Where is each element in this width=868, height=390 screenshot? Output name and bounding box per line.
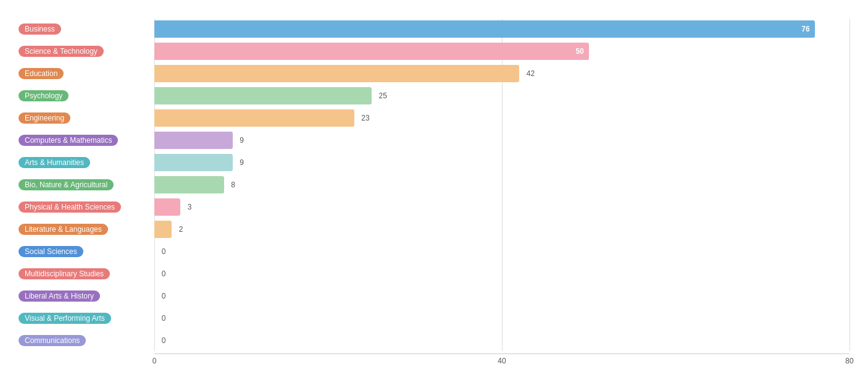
bar-row: Engineering23 [19, 108, 849, 129]
bar-container: 0 [154, 332, 849, 349]
bar-container: 23 [154, 109, 849, 127]
bar-fill [154, 132, 233, 149]
x-tick: 80 [845, 357, 853, 365]
bar-value: 9 [240, 136, 244, 145]
chart-wrapper: Business76Science & Technology50Educatio… [19, 12, 849, 366]
bar-container: 50 [154, 43, 849, 60]
bar-fill [154, 65, 519, 82]
bar-container: 9 [154, 132, 849, 149]
bar-row: Education42 [19, 63, 849, 84]
bar-label: Physical & Health Sciences [19, 201, 154, 213]
bar-label: Education [19, 68, 154, 79]
x-tick: 0 [152, 357, 157, 365]
bar-fill [154, 109, 354, 127]
bar-row: Social Sciences0 [19, 241, 849, 262]
bar-fill [154, 154, 233, 171]
bar-value: 0 [162, 314, 166, 323]
bar-fill [154, 176, 224, 193]
bar-container: 3 [154, 198, 849, 216]
bar-row: Physical & Health Sciences3 [19, 197, 849, 218]
bar-row: Computers & Mathematics9 [19, 130, 849, 151]
bar-container: 0 [154, 265, 849, 282]
bar-row: Visual & Performing Arts0 [19, 308, 849, 329]
bar-value: 0 [162, 247, 166, 256]
bar-label: Bio, Nature & Agricultural [19, 179, 154, 190]
bar-label: Psychology [19, 90, 154, 101]
x-axis: 04080 [154, 354, 849, 366]
bar-value: 42 [527, 69, 535, 78]
bar-value: 0 [162, 269, 166, 278]
bar-container: 2 [154, 221, 849, 238]
bar-fill [154, 221, 172, 238]
bar-row: Business76 [19, 19, 849, 40]
bar-container: 76 [154, 20, 849, 38]
bar-value: 3 [188, 203, 192, 211]
bar-value: 9 [240, 158, 244, 167]
bar-label: Engineering [19, 112, 154, 124]
bar-row: Literature & Languages2 [19, 219, 849, 240]
x-tick: 40 [498, 357, 506, 365]
bar-row: Communications0 [19, 330, 849, 351]
bar-fill: 76 [154, 20, 815, 38]
bar-value: 0 [162, 292, 166, 300]
bar-label: Computers & Mathematics [19, 135, 154, 146]
bar-container: 25 [154, 87, 849, 104]
bar-container: 8 [154, 176, 849, 193]
bar-row: Bio, Nature & Agricultural8 [19, 174, 849, 195]
bar-container: 42 [154, 65, 849, 82]
bar-label: Social Sciences [19, 246, 154, 257]
bar-container: 0 [154, 287, 849, 305]
bar-value: 23 [361, 114, 369, 122]
bar-container: 0 [154, 243, 849, 260]
bar-fill [154, 198, 180, 216]
bar-label: Literature & Languages [19, 224, 154, 235]
bar-container: 0 [154, 310, 849, 327]
bar-value: 76 [801, 25, 809, 33]
bar-label: Science & Technology [19, 46, 154, 57]
bar-value: 2 [179, 225, 183, 234]
bar-label: Business [19, 23, 154, 35]
bar-row: Liberal Arts & History0 [19, 286, 849, 307]
bar-row: Science & Technology50 [19, 41, 849, 62]
bar-label: Communications [19, 335, 154, 346]
bar-label: Visual & Performing Arts [19, 313, 154, 324]
bar-row: Multidisciplinary Studies0 [19, 263, 849, 284]
bar-label: Multidisciplinary Studies [19, 268, 154, 279]
bar-row: Psychology25 [19, 85, 849, 106]
bar-fill [154, 87, 372, 104]
chart-area: Business76Science & Technology50Educatio… [19, 19, 849, 366]
bar-label: Liberal Arts & History [19, 290, 154, 302]
bar-value: 50 [575, 47, 583, 56]
bar-container: 9 [154, 154, 849, 171]
bar-value: 0 [162, 336, 166, 345]
bar-value: 25 [379, 91, 387, 100]
bar-row: Arts & Humanities9 [19, 152, 849, 173]
bar-fill: 50 [154, 43, 589, 60]
bar-label: Arts & Humanities [19, 157, 154, 168]
bar-value: 8 [231, 180, 235, 189]
